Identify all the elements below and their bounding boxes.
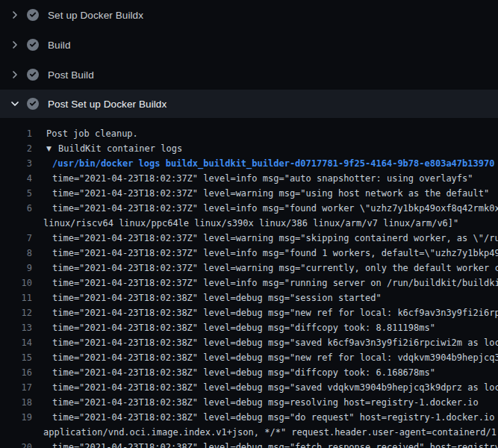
chevron-right-icon xyxy=(9,69,21,81)
log-row: 16 time="2021-04-23T18:02:38Z" level=deb… xyxy=(0,365,498,380)
log-line-number[interactable]: 20 xyxy=(0,440,32,448)
log-line-number[interactable]: 11 xyxy=(0,290,32,305)
step-row[interactable]: Set up Docker Buildx xyxy=(0,0,498,30)
log-row: 8 time="2021-04-23T18:02:37Z" level=info… xyxy=(0,246,498,261)
log-row: application/vnd.oci.image.index.v1+json,… xyxy=(0,425,498,440)
log-row: 10 time="2021-04-23T18:02:37Z" level=inf… xyxy=(0,276,498,290)
log-line-number[interactable]: 18 xyxy=(0,395,32,410)
step-label: Post Build xyxy=(48,69,94,81)
log-row: 5 time="2021-04-23T18:02:37Z" level=warn… xyxy=(0,186,498,201)
log-line-number[interactable]: 15 xyxy=(0,350,32,365)
log-line-text: /usr/bin/docker logs buildx_buildkit_bui… xyxy=(52,156,494,171)
log-row: 7 time="2021-04-23T18:02:37Z" level=warn… xyxy=(0,231,498,246)
log-line-text: time="2021-04-23T18:02:38Z" level=debug … xyxy=(52,380,498,395)
log-line-text: time="2021-04-23T18:02:38Z" level=debug … xyxy=(52,365,435,380)
log-line-number[interactable]: 7 xyxy=(0,231,32,246)
log-line-number[interactable]: 6 xyxy=(0,201,32,216)
log-line-text: time="2021-04-23T18:02:38Z" level=debug … xyxy=(52,290,382,305)
step-label: Post Set up Docker Buildx xyxy=(48,99,166,110)
log-line-text[interactable]: BuildKit container logs xyxy=(58,141,182,156)
log-line-number[interactable]: 17 xyxy=(0,380,32,395)
check-circle-icon xyxy=(27,39,39,51)
log-row: 20 time="2021-04-23T18:02:38Z" level=deb… xyxy=(0,440,498,448)
log-row: 15 time="2021-04-23T18:02:38Z" level=deb… xyxy=(0,350,498,365)
log-row: 13 time="2021-04-23T18:02:38Z" level=deb… xyxy=(0,320,498,335)
log-line-number[interactable]: 3 xyxy=(0,156,32,171)
log-line-text: application/vnd.oci.image.index.v1+json,… xyxy=(43,425,498,440)
log-row: 6 time="2021-04-23T18:02:37Z" level=info… xyxy=(0,201,498,216)
log-line-text: time="2021-04-23T18:02:37Z" level=info m… xyxy=(52,276,498,290)
log-line-number[interactable]: 10 xyxy=(0,276,32,290)
log-line-text: time="2021-04-23T18:02:37Z" level=info m… xyxy=(52,171,473,186)
step-row[interactable]: Build xyxy=(0,30,498,60)
step-label: Build xyxy=(48,40,71,51)
check-circle-icon xyxy=(27,98,39,110)
log-row: 19 time="2021-04-23T18:02:38Z" level=deb… xyxy=(0,410,498,425)
step-label: Set up Docker Buildx xyxy=(48,10,143,21)
log-line-text: time="2021-04-23T18:02:37Z" level=info m… xyxy=(52,246,498,261)
log-line-number[interactable]: 5 xyxy=(0,186,32,201)
check-circle-icon xyxy=(27,9,39,21)
log-line-text: time="2021-04-23T18:02:38Z" level=debug … xyxy=(52,305,498,320)
log-line-text: time="2021-04-23T18:02:37Z" level=warnin… xyxy=(52,231,498,246)
log-line-text: linux/riscv64 linux/ppc64le linux/s390x … xyxy=(43,216,458,231)
step-row[interactable]: Post Set up Docker Buildx xyxy=(0,90,498,118)
steps-list: Set up Docker Buildx Build P xyxy=(0,0,498,118)
step-row[interactable]: Post Build xyxy=(0,60,498,90)
log-line-text: time="2021-04-23T18:02:37Z" level=warnin… xyxy=(52,186,489,201)
chevron-down-icon xyxy=(9,98,21,110)
log-line-number[interactable]: 1 xyxy=(0,126,32,141)
log-line-text: time="2021-04-23T18:02:38Z" level=debug … xyxy=(52,395,479,410)
log-row: 4 time="2021-04-23T18:02:37Z" level=info… xyxy=(0,171,498,186)
group-toggle-icon[interactable]: ▼ xyxy=(46,141,52,156)
log-row: 9 time="2021-04-23T18:02:37Z" level=warn… xyxy=(0,261,498,276)
log-line-number[interactable]: 12 xyxy=(0,305,32,320)
log-line-number[interactable]: 13 xyxy=(0,320,32,335)
check-circle-icon xyxy=(27,69,39,81)
log-line-text: time="2021-04-23T18:02:38Z" level=debug … xyxy=(52,440,498,448)
log-row: 2 BuildKit container logs ▼ xyxy=(0,141,498,156)
log-row: 14 time="2021-04-23T18:02:38Z" level=deb… xyxy=(0,335,498,350)
log-line-text: time="2021-04-23T18:02:38Z" level=debug … xyxy=(52,320,435,335)
log-row: linux/riscv64 linux/ppc64le linux/s390x … xyxy=(0,216,498,231)
log-line-text: time="2021-04-23T18:02:38Z" level=debug … xyxy=(52,335,498,350)
log-row: 18 time="2021-04-23T18:02:38Z" level=deb… xyxy=(0,395,498,410)
log-row: 12 time="2021-04-23T18:02:38Z" level=deb… xyxy=(0,305,498,320)
log-line-number[interactable]: 9 xyxy=(0,261,32,276)
log-line-number[interactable]: 16 xyxy=(0,365,32,380)
log-row: 1 Post job cleanup. xyxy=(0,126,498,141)
log-line-number[interactable]: 2 xyxy=(0,141,32,156)
log-line-text: time="2021-04-23T18:02:37Z" level=warnin… xyxy=(52,261,498,276)
chevron-right-icon xyxy=(9,9,21,21)
log-line-number[interactable]: 4 xyxy=(0,171,32,186)
log-row: 3 /usr/bin/docker logs buildx_buildkit_b… xyxy=(0,156,498,171)
log-row: 11 time="2021-04-23T18:02:38Z" level=deb… xyxy=(0,290,498,305)
log-row: 17 time="2021-04-23T18:02:38Z" level=deb… xyxy=(0,380,498,395)
log-line-text: time="2021-04-23T18:02:37Z" level=info m… xyxy=(52,201,498,216)
log-line-number[interactable]: 8 xyxy=(0,246,32,261)
log-section: 1 Post job cleanup. 2 BuildKit container… xyxy=(0,118,498,448)
log-line-number[interactable]: 19 xyxy=(0,410,32,425)
log-line-text: Post job cleanup. xyxy=(46,126,138,141)
log-line-number[interactable]: 14 xyxy=(0,335,32,350)
log-line-text: time="2021-04-23T18:02:38Z" level=debug … xyxy=(52,410,498,425)
chevron-right-icon xyxy=(9,39,21,51)
log-line-text: time="2021-04-23T18:02:38Z" level=debug … xyxy=(52,350,498,365)
